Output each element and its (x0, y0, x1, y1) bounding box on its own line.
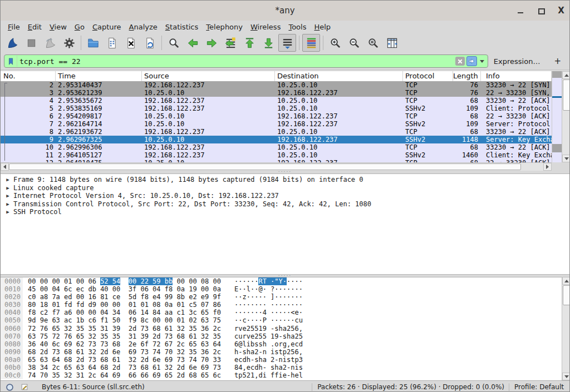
scroll-thumb[interactable] (9, 163, 521, 170)
detail-row[interactable]: ▶Linux cooked capture (1, 184, 570, 192)
add-filter-button[interactable]: + (549, 55, 566, 67)
open-file-icon[interactable] (84, 34, 102, 52)
menu-wireless[interactable]: Wireless (247, 22, 284, 32)
profile-text[interactable]: Profile: Default (514, 383, 564, 391)
find-packet-icon[interactable] (165, 34, 183, 52)
auto-scroll-icon[interactable] (278, 34, 296, 52)
menu-capture[interactable]: Capture (89, 22, 125, 32)
resize-columns-icon[interactable] (383, 34, 401, 52)
bytes-pane-vscrollbar[interactable] (562, 277, 570, 380)
restart-capture-icon[interactable] (41, 34, 59, 52)
go-to-packet-icon[interactable] (222, 34, 239, 52)
maximize-icon[interactable] (537, 7, 545, 14)
hex-row[interactable]: 001045 00 04 6c ec db 40 00 3f 06 04 f8 … (1, 285, 562, 293)
packet-row[interactable]: 92.96296732510.25.0.10192.168.122.237SSH… (1, 136, 552, 143)
scroll-up-icon[interactable] (562, 71, 570, 79)
scroll-thumb[interactable] (563, 80, 570, 111)
menu-help[interactable]: Help (310, 22, 335, 32)
menu-file[interactable]: File (4, 22, 24, 32)
scroll-up-icon[interactable] (562, 277, 570, 285)
hex-row[interactable]: 0040f8 c2 f7 a6 00 00 04 34 06 14 84 aa … (1, 309, 562, 316)
menu-analyze[interactable]: Analyze (125, 22, 161, 32)
hex-row[interactable]: 00c074 70 35 32 31 2c 64 69 66 66 69 65 … (1, 371, 562, 379)
zoom-original-icon[interactable] (364, 34, 382, 52)
packet-row[interactable]: 112.964105127192.168.122.23710.25.0.10SS… (1, 151, 552, 159)
expander-icon[interactable]: ▶ (1, 200, 12, 209)
scroll-left-icon[interactable] (1, 163, 9, 171)
packet-row[interactable]: 22.953140437192.168.122.23710.25.0.10TCP… (1, 81, 552, 89)
detail-row[interactable]: ▶Transmission Control Protocol, Src Port… (1, 200, 570, 209)
hex-row[interactable]: 00b038 34 2c 65 63 64 68 2d 73 68 61 32 … (1, 364, 562, 371)
column-header-destination[interactable]: Destination (275, 71, 403, 81)
reload-file-icon[interactable] (141, 34, 159, 52)
hex-row[interactable]: 006072 76 65 32 35 35 31 39 2d 73 68 61 … (1, 325, 562, 333)
packet-row[interactable]: 42.953635672192.168.122.23710.25.0.10TCP… (1, 97, 552, 105)
packet-row[interactable]: 62.95420981710.25.0.10192.168.122.237TCP… (1, 112, 552, 120)
filter-bookmark-icon[interactable] (4, 56, 17, 67)
hex-row[interactable]: 00509d 9e 63 ac 1b c6 f1 50 f9 8c 00 00 … (1, 316, 562, 324)
hex-row[interactable]: 000000 00 00 01 00 06 52 54 00 22 59 bb … (1, 277, 562, 285)
packet-row[interactable]: 102.962996306192.168.122.23710.25.0.10TC… (1, 143, 552, 151)
expander-icon[interactable]: ▶ (1, 184, 12, 192)
expression-button[interactable]: Expression… (488, 56, 546, 67)
capture-options-icon[interactable] (60, 34, 78, 52)
stop-capture-icon[interactable] (22, 34, 40, 52)
filter-history-dropdown-icon[interactable] (480, 60, 484, 63)
minimize-icon[interactable] (517, 7, 525, 14)
scroll-right-icon[interactable] (543, 163, 552, 171)
column-header-no[interactable]: No. (1, 71, 56, 81)
expander-icon[interactable]: ▶ (1, 208, 12, 216)
hex-row[interactable]: 009068 2d 73 68 61 32 2d 6e 69 73 74 70 … (1, 348, 562, 356)
detail-row[interactable]: ▶Internet Protocol Version 4, Src: 10.25… (1, 192, 570, 200)
packet-list-vscrollbar[interactable] (562, 71, 570, 162)
zoom-in-icon[interactable] (326, 34, 344, 52)
expander-icon[interactable]: ▶ (1, 176, 12, 184)
packet-list-hscrollbar[interactable] (1, 162, 552, 171)
packet-row[interactable]: 52.953835169192.168.122.23710.25.0.10SSH… (1, 105, 552, 112)
go-last-packet-icon[interactable] (259, 34, 277, 52)
start-capture-icon[interactable] (3, 34, 21, 52)
scroll-thumb[interactable] (563, 285, 570, 305)
column-header-length[interactable]: Length (453, 71, 481, 81)
colorize-packets-icon[interactable] (302, 34, 320, 52)
hex-row[interactable]: 00a065 63 64 68 2d 73 68 61 32 2d 6e 69 … (1, 356, 562, 364)
scroll-down-icon[interactable] (562, 155, 570, 162)
packet-row[interactable]: 82.962193672192.168.122.23710.25.0.10TCP… (1, 128, 552, 136)
menu-edit[interactable]: Edit (24, 22, 46, 32)
zoom-out-icon[interactable] (345, 34, 363, 52)
column-header-time[interactable]: Time (56, 71, 142, 81)
packet-list-minimap[interactable] (552, 71, 562, 162)
column-header-protocol[interactable]: Protocol (403, 71, 453, 81)
menu-telephony[interactable]: Telephony (202, 22, 247, 32)
capture-comment-icon[interactable] (21, 383, 28, 391)
scroll-down-icon[interactable] (562, 373, 570, 380)
hex-row[interactable]: 003080 18 01 fd fd d9 00 00 01 01 08 0a … (1, 301, 562, 309)
hex-row[interactable]: 007063 75 72 76 65 32 35 35 31 39 2d 73 … (1, 333, 562, 340)
menu-view[interactable]: View (46, 22, 71, 32)
expander-icon[interactable]: ▶ (1, 192, 12, 200)
menu-statistics[interactable]: Statistics (161, 22, 202, 32)
go-forward-icon[interactable] (203, 34, 220, 52)
go-first-packet-icon[interactable] (240, 34, 258, 52)
close-file-icon[interactable] (122, 34, 140, 52)
packet-row[interactable]: 32.95362123910.25.0.10192.168.122.237TCP… (1, 89, 552, 97)
go-back-icon[interactable] (184, 34, 202, 52)
detail-row[interactable]: ▶SSH Protocol (1, 208, 570, 216)
hex-row[interactable]: 008036 40 6c 69 62 73 73 68 2e 6f 72 67 … (1, 340, 562, 348)
packet-list-header[interactable]: No.TimeSourceDestinationProtocolLengthIn… (1, 71, 552, 82)
column-header-info[interactable]: Info (481, 71, 552, 81)
menu-go[interactable]: Go (71, 22, 89, 32)
display-filter-field[interactable] (4, 54, 488, 68)
save-file-icon[interactable] (103, 34, 121, 52)
filter-clear-icon[interactable] (455, 57, 465, 66)
packet-row[interactable]: 72.96216471410.25.0.10192.168.122.237SSH… (1, 120, 552, 128)
display-filter-input[interactable] (17, 57, 455, 66)
detail-row[interactable]: ▶Frame 9: 1148 bytes on wire (9184 bits)… (1, 176, 570, 184)
filter-apply-icon[interactable] (466, 56, 477, 66)
column-header-source[interactable]: Source (142, 71, 275, 81)
expert-info-icon[interactable] (6, 383, 14, 391)
close-icon[interactable]: X (557, 7, 565, 14)
hex-row[interactable]: 0020c0 a8 7a ed 00 16 81 ce 5d f8 e4 99 … (1, 293, 562, 301)
title-bar[interactable]: *any X (1, 1, 569, 21)
menu-tools[interactable]: Tools (284, 22, 310, 32)
